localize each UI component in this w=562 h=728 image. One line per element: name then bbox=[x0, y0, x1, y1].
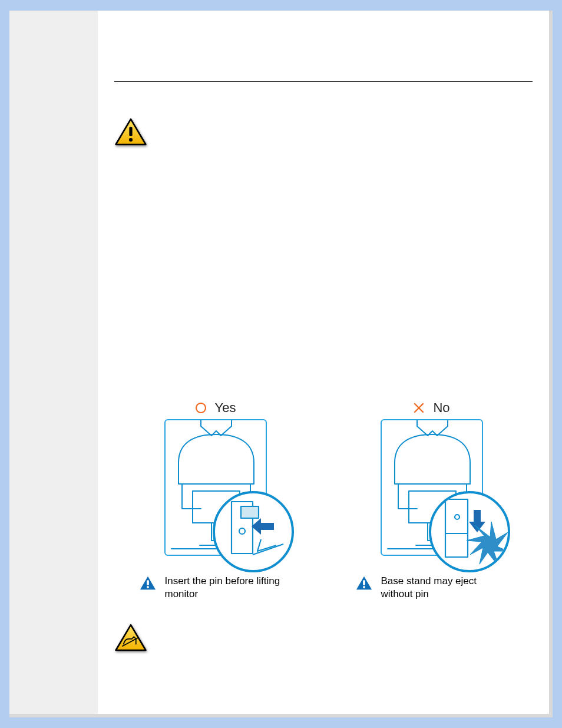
no-header: No bbox=[413, 400, 449, 416]
svg-rect-15 bbox=[363, 580, 365, 585]
arrow-left-icon bbox=[252, 518, 274, 535]
warning-row bbox=[114, 117, 533, 147]
caution-row bbox=[114, 623, 533, 653]
pin-insert-illustration bbox=[215, 493, 292, 570]
cross-icon bbox=[413, 402, 425, 414]
yes-caption-row: Insert the pin before lifting monitor bbox=[139, 575, 292, 601]
no-column: No bbox=[355, 400, 508, 601]
alert-icon bbox=[355, 575, 373, 591]
no-caption-text: Base stand may eject without pin bbox=[381, 575, 508, 601]
caution-no-touch-icon bbox=[114, 623, 147, 653]
yes-no-comparison: Yes bbox=[114, 400, 533, 601]
yes-caption-text: Insert the pin before lifting monitor bbox=[165, 575, 292, 601]
document-page: Yes bbox=[9, 11, 553, 717]
svg-point-16 bbox=[363, 586, 365, 588]
content-area: Yes bbox=[98, 11, 549, 714]
svg-rect-13 bbox=[445, 533, 468, 557]
no-label: No bbox=[433, 400, 449, 416]
warning-icon bbox=[114, 117, 147, 147]
yes-diagram-panel bbox=[164, 419, 267, 556]
svg-rect-0 bbox=[129, 127, 132, 136]
no-diagram-panel bbox=[381, 419, 483, 556]
yes-header: Yes bbox=[195, 400, 236, 416]
arrow-down-icon bbox=[469, 510, 485, 532]
svg-point-2 bbox=[196, 403, 206, 413]
yes-column: Yes bbox=[139, 400, 292, 601]
yes-label: Yes bbox=[215, 400, 236, 416]
yes-callout-circle bbox=[213, 491, 294, 572]
svg-rect-12 bbox=[445, 499, 468, 533]
svg-point-7 bbox=[239, 528, 245, 534]
alert-icon bbox=[139, 575, 157, 591]
svg-point-9 bbox=[147, 586, 149, 588]
left-margin-column bbox=[9, 11, 98, 714]
no-caption-row: Base stand may eject without pin bbox=[355, 575, 508, 601]
svg-rect-8 bbox=[147, 580, 149, 585]
impact-starburst bbox=[467, 522, 508, 568]
svg-point-1 bbox=[129, 138, 133, 141]
eject-burst-illustration bbox=[431, 493, 508, 570]
bottom-spacer bbox=[114, 664, 533, 676]
svg-point-14 bbox=[455, 515, 459, 519]
circle-icon bbox=[195, 402, 207, 414]
no-callout-circle bbox=[429, 491, 510, 572]
section-divider bbox=[114, 81, 533, 82]
svg-rect-6 bbox=[241, 506, 259, 518]
